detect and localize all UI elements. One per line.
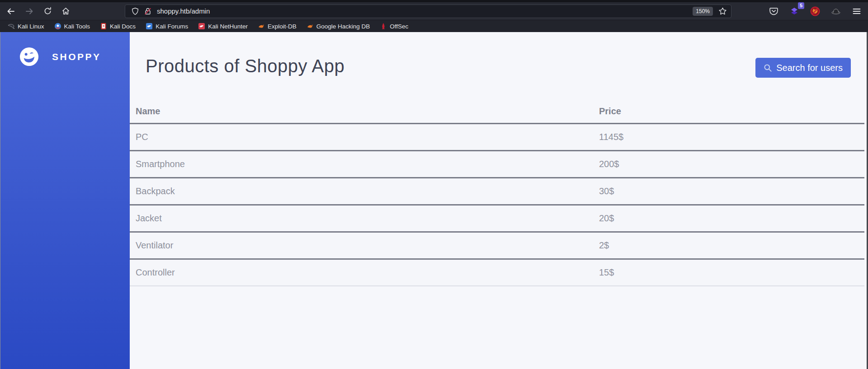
toolbar-right-icons: 5 — [738, 5, 863, 17]
bookmark-kali-docs[interactable]: Kali Docs — [97, 22, 139, 31]
product-name: Ventilator — [130, 232, 593, 259]
offsec-icon — [380, 23, 387, 30]
nav-button-group — [5, 5, 71, 17]
kali-nethunter-icon — [198, 23, 205, 30]
table-row: PC 1145$ — [130, 123, 864, 150]
extension-hat-icon[interactable] — [830, 5, 842, 17]
product-name: Smartphone — [130, 150, 593, 177]
product-name: Backpack — [130, 177, 593, 205]
navigation-toolbar: shoppy.htb/admin 150% 5 — [0, 2, 868, 20]
bookmark-offsec[interactable]: OffSec — [377, 22, 411, 31]
kali-linux-icon — [8, 23, 15, 30]
bookmark-label: OffSec — [390, 23, 408, 30]
table-header-row: Name Price — [130, 100, 864, 123]
bookmarks-toolbar: Kali Linux Kali Tools Kali Docs Kali For… — [0, 20, 868, 32]
bookmark-kali-linux[interactable]: Kali Linux — [5, 22, 47, 31]
product-name: PC — [130, 123, 593, 150]
bookmark-label: Kali NetHunter — [208, 23, 248, 30]
table-row: Ventilator 2$ — [130, 232, 864, 259]
product-name: Controller — [130, 259, 593, 286]
product-price: 200$ — [593, 150, 864, 177]
back-icon[interactable] — [5, 5, 17, 17]
table-row: Controller 15$ — [130, 259, 864, 286]
products-table: Name Price PC 1145$ Smartphone 200$ Back… — [130, 100, 864, 286]
table-row: Backpack 30$ — [130, 177, 864, 205]
bookmark-label: Kali Docs — [110, 23, 136, 30]
shoppy-logo[interactable]: SHOPPY — [19, 47, 130, 66]
bookmark-google-hacking-db[interactable]: Google Hacking DB — [303, 22, 373, 31]
tracking-protection-shield-icon[interactable] — [131, 7, 140, 16]
page-title: Products of Shoppy App — [146, 56, 344, 76]
product-name: Jacket — [130, 205, 593, 232]
pocket-icon[interactable] — [768, 5, 779, 17]
bookmark-exploit-db[interactable]: Exploit-DB — [255, 22, 300, 31]
kali-tools-icon — [54, 23, 61, 30]
bookmark-label: Google Hacking DB — [316, 23, 370, 30]
google-hacking-db-icon — [307, 23, 314, 30]
column-header-name: Name — [130, 100, 593, 123]
zoom-level-badge[interactable]: 150% — [693, 7, 713, 16]
search-button-label: Search for users — [776, 63, 843, 73]
bookmark-label: Kali Tools — [64, 23, 90, 30]
page-content: SHOPPY Products of Shoppy App Search for… — [0, 32, 868, 369]
product-price: 1145$ — [593, 123, 864, 150]
shoppy-smiley-icon — [19, 47, 39, 66]
bookmark-kali-nethunter[interactable]: Kali NetHunter — [195, 22, 251, 31]
extension-count-badge: 5 — [798, 2, 804, 9]
bookmark-label: Exploit-DB — [268, 23, 297, 30]
column-header-price: Price — [593, 100, 864, 123]
kali-forums-icon — [146, 23, 153, 30]
url-text: shoppy.htb/admin — [157, 7, 693, 15]
exploit-db-icon — [258, 23, 265, 30]
product-price: 15$ — [593, 259, 864, 286]
menu-hamburger-icon[interactable] — [851, 5, 863, 17]
extension-layers-icon[interactable]: 5 — [788, 5, 800, 17]
main-panel: Products of Shoppy App Search for users … — [130, 32, 868, 369]
home-icon[interactable] — [61, 5, 72, 17]
table-row: Jacket 20$ — [130, 205, 864, 232]
bookmark-label: Kali Linux — [18, 23, 44, 30]
product-price: 30$ — [593, 177, 864, 205]
sidebar: SHOPPY — [0, 32, 130, 369]
bookmark-star-icon[interactable] — [717, 6, 727, 16]
brand-name: SHOPPY — [52, 51, 101, 62]
reload-icon[interactable] — [42, 5, 53, 17]
product-price: 2$ — [593, 232, 864, 259]
search-icon — [764, 64, 772, 72]
extension-blocked-fox-icon[interactable] — [809, 5, 821, 17]
table-row: Smartphone 200$ — [130, 150, 864, 177]
bookmark-kali-tools[interactable]: Kali Tools — [51, 22, 94, 31]
forward-icon[interactable] — [24, 5, 35, 17]
search-for-users-button[interactable]: Search for users — [755, 58, 851, 78]
url-bar[interactable]: shoppy.htb/admin 150% — [125, 5, 731, 18]
bookmark-label: Kali Forums — [156, 23, 188, 30]
product-price: 20$ — [593, 205, 864, 232]
bookmark-kali-forums[interactable]: Kali Forums — [142, 22, 191, 31]
insecure-lock-icon[interactable] — [143, 7, 152, 16]
kali-docs-icon — [100, 23, 107, 30]
page-header: Products of Shoppy App Search for users — [130, 32, 864, 100]
window-left-edge — [0, 32, 0, 369]
browser-window: shoppy.htb/admin 150% 5 — [0, 0, 868, 369]
